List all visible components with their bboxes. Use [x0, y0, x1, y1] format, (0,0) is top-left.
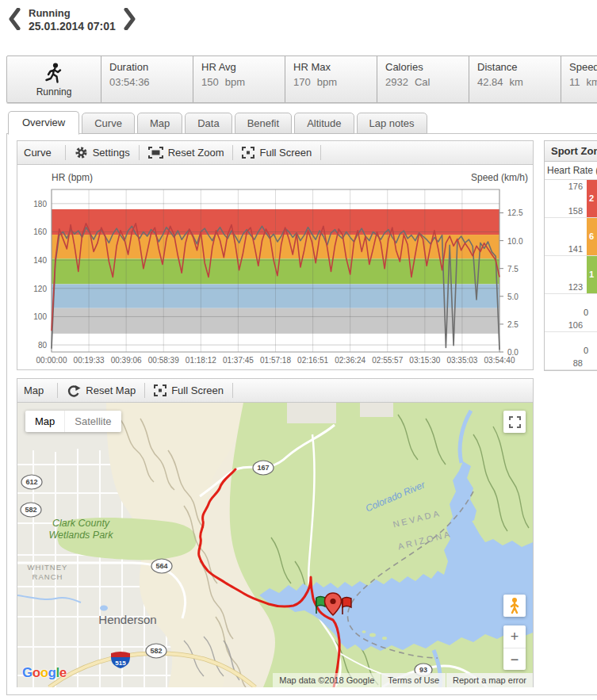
route-shield-612: 612 [21, 475, 42, 489]
activity-datetime: 25.01.2014 07:01 [29, 20, 116, 33]
toolbar-divider [232, 383, 233, 398]
gear-icon [75, 146, 88, 159]
terrain-map[interactable]: 612 582 564 167 [17, 403, 533, 687]
toolbar-divider [139, 145, 140, 160]
reset-map-button[interactable]: Reset Map [63, 384, 139, 397]
zone-duration: 6 [589, 231, 594, 241]
zone-lower-bound: 141 [545, 244, 583, 254]
map-fullscreen-control[interactable] [503, 411, 526, 433]
map-type-map-button[interactable]: Map [25, 411, 64, 432]
map-zoom-control: + − [503, 625, 526, 670]
zone-duration: 2 [589, 193, 594, 203]
settings-label: Settings [93, 147, 130, 159]
curve-toolbar: Curve Settings Reset Zoom [17, 141, 533, 165]
metric-value: 170 [293, 76, 311, 88]
chevron-left-icon [8, 8, 21, 30]
report-map-error-link[interactable]: Report a map error [446, 673, 533, 687]
zone-row: 1060 [545, 294, 597, 332]
curve-panel: Curve Settings Reset Zoom [17, 140, 534, 370]
map-panel-title: Map [17, 384, 52, 396]
hr-speed-chart[interactable]: 1801601401201008000:00:0000:19:3300:39:0… [17, 165, 533, 369]
metric-calories: Calories 2932Cal [377, 56, 469, 102]
svg-text:00:00:00: 00:00:00 [36, 356, 67, 365]
neighborhood-label: WHITNEY [28, 563, 68, 572]
sport-cell: Running [7, 56, 101, 102]
metric-value: 42.84 [477, 76, 503, 88]
tab-lap-notes[interactable]: Lap notes [357, 113, 427, 134]
tab-overview[interactable]: Overview [8, 111, 79, 135]
metric-duration: Duration 03:54:36 [101, 56, 193, 102]
fullscreen-label: Full Screen [259, 147, 312, 159]
pegman-icon [508, 597, 521, 614]
map-fullscreen-label: Full Screen [171, 384, 224, 396]
google-logo-letter: g [48, 665, 56, 680]
prev-activity-button[interactable] [6, 8, 22, 33]
page: Running 25.01.2014 07:01 Running Duratio… [0, 0, 597, 700]
toolbar-divider [57, 383, 58, 398]
svg-text:612: 612 [25, 478, 37, 486]
chevron-right-icon [124, 8, 136, 30]
fullscreen-button[interactable]: Full Screen [239, 147, 315, 159]
zoom-in-button[interactable]: + [503, 625, 526, 648]
google-logo-letter: G [22, 665, 33, 680]
svg-text:HR (bpm): HR (bpm) [52, 172, 93, 183]
map-panel: Map Reset Map Full Screen [17, 378, 534, 687]
settings-button[interactable]: Settings [71, 146, 133, 159]
metric-label: HR Avg [201, 61, 285, 73]
route-shield-167: 167 [253, 461, 274, 475]
zone-lower-bound: 158 [545, 206, 583, 216]
metric-unit: Cal [415, 76, 431, 88]
svg-text:80: 80 [38, 341, 48, 350]
runner-icon [44, 62, 64, 86]
svg-text:582: 582 [25, 506, 36, 514]
pegman-control[interactable] [503, 595, 526, 617]
reset-zoom-button[interactable]: Reset Zoom [145, 147, 228, 159]
map-canvas[interactable]: 612 582 564 167 [17, 403, 533, 687]
zone-duration: 0 [584, 308, 588, 317]
tab-bar: OverviewCurveMapDataBenefitAltitudeLap n… [8, 111, 427, 134]
activity-title: Running [29, 8, 116, 20]
svg-text:140: 140 [33, 256, 47, 265]
zone-lower-bound: 106 [545, 320, 583, 330]
metric-hr-avg: HR Avg 150bpm [193, 56, 285, 102]
svg-text:5.0: 5.0 [507, 293, 519, 301]
svg-text:Speed (km/h): Speed (km/h) [471, 172, 528, 183]
map-toolbar: Map Reset Map Full Screen [17, 379, 533, 403]
map-urban-block [287, 403, 336, 423]
tab-curve[interactable]: Curve [82, 113, 135, 134]
zone-lower-bound: 123 [545, 282, 583, 292]
map-urban-block [360, 403, 393, 417]
zone-row: 1416 [545, 218, 597, 256]
map-pond [100, 606, 108, 611]
metric-label: HR Max [293, 61, 377, 73]
google-logo-letter: e [59, 665, 67, 680]
google-logo[interactable]: Google [22, 665, 67, 681]
zone-row: 1761582 [545, 180, 597, 218]
zoom-out-button[interactable]: − [503, 648, 526, 670]
activity-header: Running 25.01.2014 07:01 [6, 8, 138, 33]
next-activity-button[interactable] [122, 8, 138, 33]
reset-zoom-label: Reset Zoom [168, 147, 224, 159]
fullscreen-icon [242, 147, 254, 159]
tab-altitude[interactable]: Altitude [294, 113, 354, 134]
tab-benefit[interactable]: Benefit [235, 113, 292, 134]
sport-zones-subtitle: Heart Rate (bpm) [545, 162, 597, 180]
metric-hr-max: HR Max 170bpm [285, 56, 377, 102]
metric-label: Speed Avg [569, 61, 597, 73]
map-fullscreen-button[interactable]: Full Screen [151, 384, 227, 396]
map-type-satellite-button[interactable]: Satellite [64, 411, 121, 432]
svg-text:7.5: 7.5 [507, 265, 519, 273]
svg-text:03:54:40: 03:54:40 [484, 356, 515, 365]
svg-text:00:58:39: 00:58:39 [148, 356, 179, 365]
route-shield-564: 564 [151, 559, 172, 573]
tab-map[interactable]: Map [137, 113, 182, 134]
park-label: Wetlands Park [48, 530, 113, 541]
tab-data[interactable]: Data [185, 113, 232, 134]
svg-text:160: 160 [33, 228, 47, 236]
sport-zones-rows: 1761582141612311060880 [545, 180, 597, 370]
sport-label: Running [36, 86, 72, 98]
terms-of-use-link[interactable]: Terms of Use [381, 673, 446, 687]
metric-value: 150 [201, 76, 219, 88]
google-logo-letter: o [40, 665, 48, 680]
toolbar-divider [65, 145, 66, 160]
